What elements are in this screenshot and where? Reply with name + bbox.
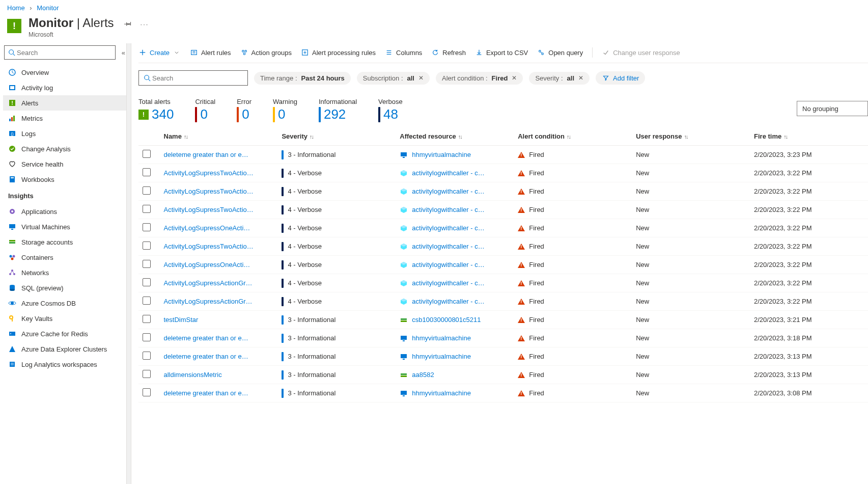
alert-name-link[interactable]: ActivityLogSupressOneActi… xyxy=(164,224,250,232)
table-row[interactable]: alldimensionsMetric 3 - Informational aa… xyxy=(138,366,868,384)
sidebar-item-applications[interactable]: Applications xyxy=(3,204,130,219)
sidebar-item-virtual-machines[interactable]: Virtual Machines xyxy=(3,219,130,234)
sidebar-item-change-analysis[interactable]: Change Analysis xyxy=(3,141,130,156)
table-row[interactable]: ActivityLogSupressOneActi… 4 - Verbose a… xyxy=(138,256,868,274)
alert-name-link[interactable]: ActivityLogSupressActionGr… xyxy=(164,279,253,287)
more-icon[interactable]: ··· xyxy=(141,20,149,28)
table-row[interactable]: ActivityLogSupressTwoActio… 4 - Verbose … xyxy=(138,164,868,182)
table-row[interactable]: deleteme greater than or e… 3 - Informat… xyxy=(138,146,868,164)
table-row[interactable]: deleteme greater than or e… 3 - Informat… xyxy=(138,347,868,366)
sidebar-item-containers[interactable]: Containers xyxy=(3,250,130,265)
create-button[interactable]: Create xyxy=(138,48,181,57)
sidebar-item-networks[interactable]: Networks xyxy=(3,265,130,280)
filter-search[interactable] xyxy=(138,70,248,86)
close-icon[interactable]: ✕ xyxy=(418,74,424,82)
stat-info[interactable]: Informational 292 xyxy=(319,98,357,122)
columns-button[interactable]: Columns xyxy=(385,48,422,57)
row-checkbox[interactable] xyxy=(143,370,151,378)
action-groups-button[interactable]: Action groups xyxy=(240,48,292,57)
header-checkbox[interactable] xyxy=(138,127,160,146)
row-checkbox[interactable] xyxy=(143,315,151,323)
resource-link[interactable]: aa8582 xyxy=(412,371,434,379)
open-query-button[interactable]: Open query xyxy=(537,48,583,57)
sidebar-item-sql-preview-[interactable]: SQL (preview) xyxy=(3,280,130,295)
resource-link[interactable]: hhmyvirtualmachine xyxy=(412,353,471,360)
alert-name-link[interactable]: ActivityLogSupressTwoActio… xyxy=(164,243,254,250)
row-checkbox[interactable] xyxy=(143,388,151,396)
stat-critical[interactable]: Critical 0 xyxy=(195,98,215,122)
sidebar-item-logs[interactable]: {}Logs xyxy=(3,126,130,141)
resource-link[interactable]: activitylogwithcaller - c… xyxy=(412,243,484,250)
table-row[interactable]: ActivityLogSupressTwoActio… 4 - Verbose … xyxy=(138,182,868,201)
row-checkbox[interactable] xyxy=(143,333,151,341)
stat-error[interactable]: Error 0 xyxy=(237,98,251,122)
sidebar-item-azure-cosmos-db[interactable]: Azure Cosmos DB xyxy=(3,295,130,311)
sidebar-item-alerts[interactable]: !Alerts xyxy=(3,95,130,111)
sidebar-item-activity-log[interactable]: Activity log xyxy=(3,80,130,95)
stat-verbose[interactable]: Verbose 48 xyxy=(378,98,403,122)
alert-name-link[interactable]: ActivityLogSupressTwoActio… xyxy=(164,187,254,195)
chip-subscription[interactable]: Subscription : all ✕ xyxy=(357,72,430,85)
table-row[interactable]: ActivityLogSupressActionGr… 4 - Verbose … xyxy=(138,292,868,311)
collapse-sidebar-icon[interactable]: « xyxy=(120,47,127,59)
sidebar-search[interactable] xyxy=(4,45,116,60)
alert-rules-button[interactable]: Alert rules xyxy=(190,48,231,57)
header-time[interactable]: Fire time↑↓ xyxy=(750,127,868,146)
table-row[interactable]: ActivityLogSupressTwoActio… 4 - Verbose … xyxy=(138,237,868,256)
alert-processing-button[interactable]: Alert processing rules xyxy=(301,48,376,57)
row-checkbox[interactable] xyxy=(143,352,151,360)
table-row[interactable]: ActivityLogSupressTwoActio… 4 - Verbose … xyxy=(138,201,868,219)
row-checkbox[interactable] xyxy=(143,297,151,305)
stat-warning[interactable]: Warning 0 xyxy=(273,98,297,122)
sidebar-item-key-vaults[interactable]: Key Vaults xyxy=(3,311,130,326)
resource-link[interactable]: activitylogwithcaller - c… xyxy=(412,279,484,287)
alert-name-link[interactable]: alldimensionsMetric xyxy=(164,371,222,379)
row-checkbox[interactable] xyxy=(143,186,151,195)
grouping-dropdown[interactable]: No grouping xyxy=(797,101,868,116)
table-row[interactable]: ActivityLogSupressActionGr… 4 - Verbose … xyxy=(138,274,868,292)
resource-link[interactable]: activitylogwithcaller - c… xyxy=(412,261,484,268)
add-filter-button[interactable]: Add filter xyxy=(596,71,645,85)
sidebar-item-log-analytics-workspaces[interactable]: Log Analytics workspaces xyxy=(3,357,130,372)
close-icon[interactable]: ✕ xyxy=(578,74,583,82)
resource-link[interactable]: hhmyvirtualmachine xyxy=(412,151,471,158)
alert-name-link[interactable]: deleteme greater than or e… xyxy=(164,151,248,158)
sidebar-item-service-health[interactable]: Service health xyxy=(3,156,130,172)
header-resource[interactable]: Affected resource↑↓ xyxy=(396,127,514,146)
resource-link[interactable]: activitylogwithcaller - c… xyxy=(412,298,484,305)
export-csv-button[interactable]: Export to CSV xyxy=(475,48,528,57)
resource-link[interactable]: activitylogwithcaller - c… xyxy=(412,169,484,177)
row-checkbox[interactable] xyxy=(143,150,151,158)
refresh-button[interactable]: Refresh xyxy=(431,48,466,57)
chip-severity[interactable]: Severity : all ✕ xyxy=(529,72,590,85)
breadcrumb-monitor[interactable]: Monitor xyxy=(37,4,59,12)
filter-search-input[interactable] xyxy=(151,74,243,83)
alert-name-link[interactable]: ActivityLogSupressActionGr… xyxy=(164,298,253,305)
table-row[interactable]: ActivityLogSupressOneActi… 4 - Verbose a… xyxy=(138,219,868,237)
alert-name-link[interactable]: deleteme greater than or e… xyxy=(164,389,248,397)
header-response[interactable]: User response↑↓ xyxy=(632,127,750,146)
header-name[interactable]: Name↑↓ xyxy=(160,127,278,146)
sidebar-item-azure-cache-for-redis[interactable]: Azure Cache for Redis xyxy=(3,326,130,341)
resource-link[interactable]: csb10030000801c5211 xyxy=(412,316,481,324)
sidebar-item-azure-data-explorer-clusters[interactable]: Azure Data Explorer Clusters xyxy=(3,341,130,357)
header-severity[interactable]: Severity↑↓ xyxy=(277,127,396,146)
alert-name-link[interactable]: ActivityLogSupressTwoActio… xyxy=(164,169,254,177)
chip-alert-condition[interactable]: Alert condition : Fired ✕ xyxy=(436,72,523,85)
sidebar-item-overview[interactable]: Overview xyxy=(3,65,130,80)
row-checkbox[interactable] xyxy=(143,205,151,213)
chip-time-range[interactable]: Time range : Past 24 hours xyxy=(254,72,351,85)
resource-link[interactable]: hhmyvirtualmachine xyxy=(412,334,471,342)
stat-total[interactable]: Total alerts ! 340 xyxy=(138,98,174,122)
row-checkbox[interactable] xyxy=(143,278,151,286)
close-icon[interactable]: ✕ xyxy=(512,74,517,82)
sidebar-search-input[interactable] xyxy=(16,48,112,57)
row-checkbox[interactable] xyxy=(143,168,151,176)
sidebar-item-workbooks[interactable]: Workbooks xyxy=(3,172,130,187)
table-row[interactable]: testDimStar 3 - Informational csb1003000… xyxy=(138,311,868,329)
breadcrumb-home[interactable]: Home xyxy=(7,4,25,12)
row-checkbox[interactable] xyxy=(143,223,151,231)
row-checkbox[interactable] xyxy=(143,241,151,250)
table-row[interactable]: deleteme greater than or e… 3 - Informat… xyxy=(138,384,868,402)
resource-link[interactable]: hhmyvirtualmachine xyxy=(412,389,471,397)
